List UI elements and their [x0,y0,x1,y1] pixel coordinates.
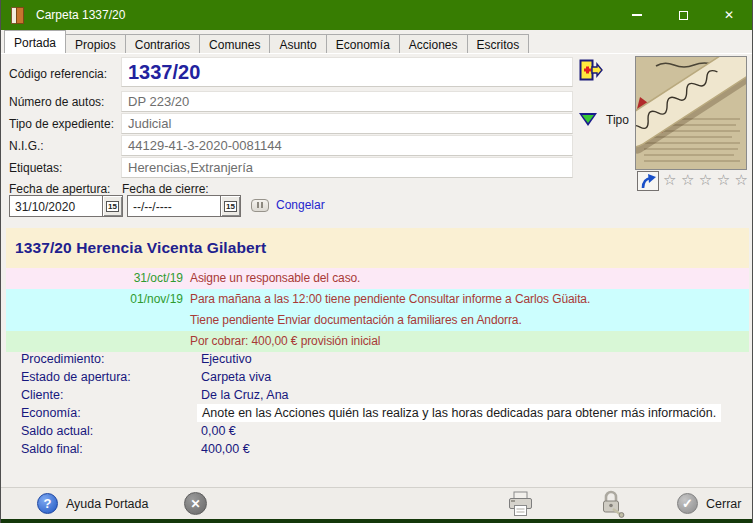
etiquetas-field[interactable]: Herencias,Extranjería [121,157,573,178]
export-door-button[interactable] [579,59,603,86]
star-icon[interactable]: ☆ [735,171,748,189]
open-photo-button[interactable] [637,171,659,191]
lock-button[interactable] [599,490,625,518]
window-bottom-border [1,519,752,523]
check-icon: ✓ [677,493,698,514]
cerrar-button[interactable]: ✓ Cerrar [677,493,741,514]
tab-bar: Portada Propios Contrarios Comunes Asunt… [1,30,752,53]
alert-row[interactable]: 31/oct/19 Asigne un responsable del caso… [6,268,749,289]
export-door-icon [579,59,603,82]
close-button[interactable]: ✕ [706,0,752,30]
bottom-toolbar: ? Ayuda Portada ✕ [1,487,752,520]
tipo-expediente-label: Tipo de expediente: [9,117,114,131]
calendar-button[interactable]: 15 [220,196,240,216]
calendar-icon: 15 [224,201,237,212]
nig-label: N.I.G.: [9,139,44,153]
tab-portada[interactable]: Portada [4,30,66,53]
detail-row-saldo-actual: Saldo actual: 0,00 € [1,424,752,442]
minimize-icon [632,14,642,16]
fecha-cierre-input[interactable]: --/--/---- 15 [127,195,241,217]
tab-contrarios[interactable]: Contrarios [125,34,200,53]
congelar-link[interactable]: Congelar [251,198,325,212]
numero-autos-label: Número de autos: [9,95,104,109]
rating-stars: ☆ ☆ ☆ ☆ ☆ [663,171,748,189]
alert-row[interactable]: Tiene pendiente Enviar documentación a f… [6,310,749,331]
calendar-icon: 15 [106,201,119,212]
alert-date: 31/oct/19 [6,268,190,289]
case-banner: 1337/20 Herencia Vicenta Gilabert [6,228,749,268]
nig-field[interactable]: 44129-41-3-2020-0081144 [121,135,573,156]
cancel-button[interactable]: ✕ [184,492,207,515]
detail-row-estado: Estado de apertura: Carpeta viva [1,370,752,388]
print-button[interactable] [507,491,534,517]
alert-row[interactable]: Por cobrar: 400,00 € provisión inicial [6,331,749,352]
close-icon: ✕ [724,9,734,21]
folder-icon [11,7,24,24]
alert-row[interactable]: 01/nov/19 Para mañana a las 12:00 tiene … [6,289,749,310]
calendar-button[interactable]: 15 [102,196,122,216]
tab-propios[interactable]: Propios [65,34,126,53]
help-icon: ? [37,493,58,514]
curved-arrow-icon [640,174,656,189]
window-controls: ✕ [614,0,752,30]
alert-date: 01/nov/19 [6,289,190,310]
etiquetas-label: Etiquetas: [9,161,62,175]
numero-autos-field[interactable]: DP 223/20 [121,91,573,112]
star-icon[interactable]: ☆ [663,171,676,189]
codigo-referencia-field[interactable]: 1337/20 [121,57,573,87]
tipo-dropdown[interactable]: Tipo [578,112,629,127]
alert-text: Por cobrar: 400,00 € provisión inicial [190,331,380,352]
detail-row-saldo-final: Saldo final: 400,00 € [1,442,752,460]
tab-comunes[interactable]: Comunes [199,34,270,53]
detail-row-procedimiento: Procedimiento: Ejecutivo [1,352,752,370]
freeze-icon [251,199,269,212]
maximize-button[interactable] [660,0,706,30]
titlebar: Carpeta 1337/20 ✕ [1,0,752,30]
tab-escritos[interactable]: Escritos [467,34,530,53]
carpeta-window: Carpeta 1337/20 ✕ Portada Propios Contra… [0,0,753,523]
minimize-button[interactable] [614,0,660,30]
detail-row-economia: Economía: Anote en las Acciones quién la… [1,406,752,424]
star-icon[interactable]: ☆ [717,171,730,189]
window-title: Carpeta 1337/20 [36,8,125,22]
cancel-icon: ✕ [184,492,207,515]
maximize-icon [679,11,688,20]
alert-text: Para mañana a las 12:00 tiene pendiente … [190,289,590,310]
testament-scroll-image [636,57,746,169]
star-icon[interactable]: ☆ [681,171,694,189]
fecha-apertura-label: Fecha de apertura: [9,182,110,196]
help-button[interactable]: ? Ayuda Portada [37,493,148,514]
chevron-down-icon [578,112,598,127]
tab-acciones[interactable]: Acciones [399,34,468,53]
star-icon[interactable]: ☆ [699,171,712,189]
tipo-expediente-field[interactable]: Judicial [121,113,573,134]
case-banner-title: 1337/20 Herencia Vicenta Gilabert [15,239,266,257]
alert-text: Asigne un responsable del caso. [190,268,360,289]
lock-key-icon [599,490,625,518]
codigo-referencia-label: Código referencia: [9,67,107,81]
economia-hint: Anote en las Acciones quién las realiza … [197,404,721,422]
fecha-cierre-label: Fecha de cierre: [122,182,209,196]
tab-economia[interactable]: Economía [326,34,400,53]
alert-date [6,331,190,352]
fecha-apertura-input[interactable]: 31/10/2020 15 [9,195,123,217]
case-photo [635,56,747,170]
tab-page-divider [1,53,752,54]
alert-text: Tiene pendiente Enviar documentación a f… [190,310,522,331]
printer-icon [507,491,534,517]
tab-asunto[interactable]: Asunto [269,34,326,53]
alert-date [6,310,190,331]
